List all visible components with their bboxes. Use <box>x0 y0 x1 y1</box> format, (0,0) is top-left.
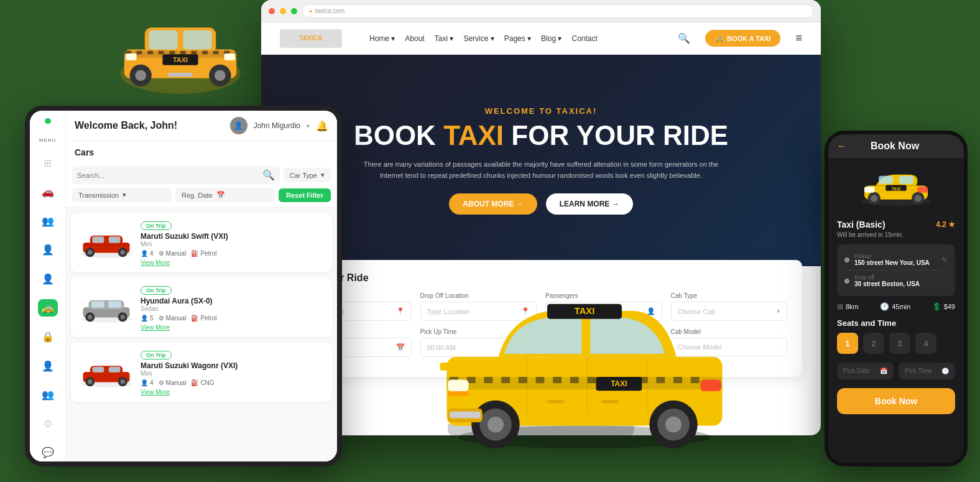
nav-home[interactable]: Home ▾ <box>369 34 395 43</box>
sidebar-chat-icon[interactable]: 💬 <box>38 443 58 461</box>
sidebar-settings-icon[interactable]: ⚙ <box>38 415 58 433</box>
svg-rect-103 <box>864 187 875 192</box>
car-name-3: Maruti Suzuki Wagonr (VXI) <box>141 361 325 370</box>
sidebar-car-icon[interactable]: 🚗 <box>38 183 58 201</box>
svg-rect-12 <box>192 51 197 55</box>
seat-2-button[interactable]: 2 <box>863 333 884 354</box>
notification-bell-icon[interactable]: 🔔 <box>316 120 328 132</box>
svg-rect-85 <box>448 391 468 396</box>
pick-date-field[interactable]: Pick Date 📅 <box>837 363 894 379</box>
pick-date-calendar-icon: 📅 <box>880 368 887 374</box>
svg-rect-24 <box>224 53 235 60</box>
svg-rect-47 <box>93 367 104 373</box>
sidebar-active-icon[interactable]: 🚕 <box>38 299 58 317</box>
nav-about[interactable]: About <box>405 34 424 43</box>
car-status-1: On Trip <box>141 221 172 230</box>
hero-content: WELCOME TO TAXICA! BOOK TAXI FOR YOUR RI… <box>354 106 728 215</box>
svg-point-19 <box>135 70 146 81</box>
cars-section-title: Cars <box>66 141 337 161</box>
nav-search-icon[interactable]: 🔍 <box>678 32 690 44</box>
welcome-title: Welcome Back, John! <box>75 120 177 131</box>
sidebar-grid-icon[interactable]: ⊞ <box>38 154 58 172</box>
phone-book-now-button[interactable]: Book Now <box>837 388 955 414</box>
car-info-2: On Trip Hyundai Aura (SX-0) Sedan 👤 5 ⚙ … <box>141 284 325 331</box>
search-input[interactable] <box>77 172 259 179</box>
car-type-1: Mini <box>141 241 325 248</box>
time-stat: 🕐 45min <box>880 302 910 311</box>
nav-pages[interactable]: Pages ▾ <box>504 34 531 43</box>
sidebar-users-icon[interactable]: 👥 <box>38 212 58 230</box>
seat-1-button[interactable]: 1 <box>837 333 858 354</box>
svg-rect-48 <box>109 367 121 373</box>
phone-car-image: TAXI <box>828 157 964 213</box>
view-more-3[interactable]: View More <box>141 389 325 396</box>
svg-rect-64 <box>536 377 545 383</box>
location-divider <box>844 270 948 271</box>
svg-text:TAXI: TAXI <box>892 186 901 190</box>
phone-stats: ⊞ 8km 🕐 45min 💲 $49 <box>837 302 955 311</box>
dropoff-dot <box>844 279 849 284</box>
nav-taxi[interactable]: Taxi ▾ <box>435 34 454 43</box>
tablet-main-content: Welcome Back, John! 👤 John Migurdio ▾ 🔔 … <box>66 111 337 461</box>
car-image-2 <box>78 289 134 326</box>
nav-service[interactable]: Service ▾ <box>463 34 494 43</box>
nav-contact[interactable]: Contact <box>571 34 597 43</box>
sidebar-person2-icon[interactable]: 👤 <box>38 270 58 288</box>
close-dot <box>269 8 275 14</box>
car-info-3: On Trip Maruti Suzuki Wagonr (VXI) Mini … <box>141 348 325 396</box>
reg-date-filter[interactable]: Reg. Date 📅 <box>175 188 275 202</box>
svg-rect-104 <box>917 187 928 192</box>
view-more-1[interactable]: View More <box>141 259 325 266</box>
edit-pickup-icon[interactable]: ✎ <box>941 256 948 264</box>
car-type-dropdown[interactable]: Car Type ▾ <box>284 168 331 182</box>
svg-rect-89 <box>440 363 452 371</box>
back-button[interactable]: ← <box>837 141 847 152</box>
learn-more-button[interactable]: LEARN MORE → <box>546 193 633 215</box>
car-fuel-3: ⛽ CNG <box>191 379 214 386</box>
phone-rating: 4.2 ★ <box>936 220 955 229</box>
svg-rect-7 <box>137 51 142 55</box>
car-fuel-2: ⛽ Petrol <box>191 315 216 322</box>
car-filters: 🔍 Car Type ▾ Transmission ▾ Reg. Date 📅 <box>66 161 337 208</box>
transmission-label: Transmission <box>78 192 119 199</box>
book-taxi-button[interactable]: 🚕 BOOK A TAXI <box>705 30 780 47</box>
sidebar-user3-icon[interactable]: 👤 <box>38 357 58 375</box>
seat-3-button[interactable]: 3 <box>889 333 910 354</box>
car-transmission-3: ⚙ Manual <box>159 379 187 386</box>
svg-point-43 <box>121 315 126 320</box>
reset-filter-button[interactable]: Reset Filter <box>279 188 331 202</box>
nav-blog[interactable]: Blog ▾ <box>541 34 562 43</box>
phone-device: ← Book Now TAXI <box>825 131 968 466</box>
user-dropdown-icon[interactable]: ▾ <box>307 123 310 129</box>
car-status-3: On Trip <box>141 351 172 359</box>
pick-time-field[interactable]: Pick Time 🕐 <box>899 363 955 379</box>
price-stat: 💲 $49 <box>932 302 955 311</box>
search-field[interactable]: 🔍 <box>72 166 280 184</box>
svg-rect-38 <box>91 301 104 308</box>
search-icon: 🔍 <box>262 169 275 181</box>
sidebar-person-icon[interactable]: 👤 <box>38 241 58 259</box>
svg-text:TAXI: TAXI <box>575 306 595 316</box>
minimize-dot <box>280 8 286 14</box>
car-card-3: On Trip Maruti Suzuki Wagonr (VXI) Mini … <box>71 342 332 402</box>
hero-section: WELCOME TO TAXICA! BOOK TAXI FOR YOUR RI… <box>261 55 821 266</box>
sidebar-lock-icon[interactable]: 🔒 <box>38 328 58 346</box>
about-more-button[interactable]: ABOUT MORE → <box>449 193 537 215</box>
maximize-dot <box>291 8 297 14</box>
svg-rect-10 <box>169 51 175 55</box>
car-card-1: On Trip Maruti Suzuki Swift (VXI) Mini 👤… <box>71 213 332 272</box>
svg-rect-73 <box>691 377 700 383</box>
svg-rect-14 <box>213 51 219 55</box>
hero-subtitle: WELCOME TO TAXICA! <box>354 106 728 116</box>
phone-location-card: Pickup 150 street New Your, USA ✎ Drop o… <box>837 244 955 296</box>
sidebar-group-icon[interactable]: 👥 <box>38 386 58 404</box>
phone-header: ← Book Now <box>828 134 964 157</box>
address-bar[interactable]: ● taxica.com <box>302 4 813 18</box>
tablet-header: Welcome Back, John! 👤 John Migurdio ▾ 🔔 <box>66 111 337 141</box>
seat-4-button[interactable]: 4 <box>915 333 936 354</box>
hamburger-menu-icon[interactable]: ≡ <box>795 32 802 45</box>
transmission-dropdown[interactable]: Transmission ▾ <box>72 188 172 202</box>
pick-time-label: Pick Time <box>905 368 931 374</box>
view-more-2[interactable]: View More <box>141 324 325 331</box>
pick-date-label: Pick Date <box>843 368 870 374</box>
